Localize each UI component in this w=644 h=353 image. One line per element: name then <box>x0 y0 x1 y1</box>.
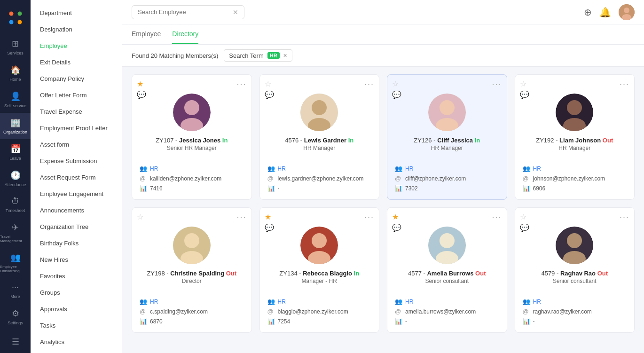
dept-value-card-2[interactable]: HR <box>278 165 286 172</box>
dept-icon-card-4: 👥 <box>523 165 530 172</box>
chat-button-card-4[interactable]: 💬 <box>520 90 529 99</box>
svg-point-17 <box>567 100 582 115</box>
card-divider-card-4 <box>523 161 627 161</box>
logo-area <box>7 5 24 34</box>
cards-grid: ★ 💬 ··· ZY107 - Jessica Jones In Senior … <box>132 74 635 333</box>
star-button-card-4[interactable]: ☆ <box>520 79 529 88</box>
ext-value-card-5: 6870 <box>150 318 163 325</box>
card-menu-card-3[interactable]: ··· <box>492 79 502 89</box>
menu-item-favorites[interactable]: Favorites <box>31 268 122 284</box>
card-menu-card-4[interactable]: ··· <box>620 79 629 89</box>
dept-value-card-8[interactable]: HR <box>533 298 541 305</box>
card-menu-card-2[interactable]: ··· <box>364 79 374 89</box>
dept-value-card-1[interactable]: HR <box>150 165 158 172</box>
dept-value-card-3[interactable]: HR <box>405 165 413 172</box>
settings-label: Settings <box>8 321 23 325</box>
sidebar-item-services[interactable]: ⊞ Services <box>0 34 31 60</box>
star-button-card-1[interactable]: ★ <box>137 79 146 88</box>
menu-item-designation[interactable]: Designation <box>31 21 122 38</box>
menu-item-expense-submission[interactable]: Expense Submission <box>31 153 122 169</box>
menu-item-employee[interactable]: Employee <box>31 38 122 54</box>
dept-value-card-5[interactable]: HR <box>150 298 158 305</box>
star-button-card-5[interactable]: ☆ <box>137 212 143 221</box>
menu-item-offer-letter[interactable]: Offer Letter Form <box>31 87 122 103</box>
chip-close-button[interactable]: × <box>283 52 287 59</box>
menu-item-department[interactable]: Department <box>31 5 122 21</box>
dept-value-card-4[interactable]: HR <box>533 165 541 172</box>
dept-value-card-7[interactable]: HR <box>405 298 413 305</box>
card-menu-card-1[interactable]: ··· <box>236 79 246 89</box>
tab-directory[interactable]: Directory <box>172 24 198 44</box>
menu-item-birthday-folks[interactable]: Birthday Folks <box>31 235 122 251</box>
chat-button-card-6[interactable]: 💬 <box>265 223 274 232</box>
menu-item-asset-form[interactable]: Asset form <box>31 136 122 153</box>
star-button-card-8[interactable]: ☆ <box>520 212 529 221</box>
dept-value-card-6[interactable]: HR <box>278 298 286 305</box>
dept-icon-card-5: 👥 <box>140 298 147 305</box>
menu-item-announcements[interactable]: Announcements <box>31 202 122 219</box>
menu-item-analytics[interactable]: Analytics <box>31 334 122 350</box>
ext-value-card-4: 6906 <box>533 185 546 192</box>
chat-button-card-3[interactable]: 💬 <box>392 90 401 99</box>
menu-item-company-policy[interactable]: Company Policy <box>31 71 122 87</box>
ext-value-card-1: 7416 <box>150 185 163 192</box>
search-box[interactable]: ✕ <box>132 5 244 19</box>
timesheet-icon: ⏱ <box>11 196 20 206</box>
sidebar-item-hamburger[interactable]: ☰ <box>0 332 31 352</box>
card-menu-card-8[interactable]: ··· <box>620 212 629 222</box>
sidebar-item-onboarding[interactable]: 👥 Employee Onboarding <box>0 248 31 278</box>
menu-item-asset-request[interactable]: Asset Request Form <box>31 169 122 186</box>
menu-item-employment-proof[interactable]: Employment Proof Letter <box>31 120 122 136</box>
menu-item-exit-details[interactable]: Exit Details <box>31 54 122 71</box>
email-icon-card-1: @ <box>140 175 147 182</box>
employee-card-card-2[interactable]: ☆ 💬 ··· 4576 - Lewis Gardner In HR Manag… <box>259 74 380 200</box>
ext-value-card-2: - <box>278 185 280 192</box>
tab-employee[interactable]: Employee <box>132 24 161 44</box>
sidebar-item-travel[interactable]: ✈ Travel Management <box>0 218 31 248</box>
sidebar-item-leave[interactable]: 📅 Leave <box>0 139 31 165</box>
card-name-card-8: 4579 - Raghav Rao Out <box>541 270 608 277</box>
search-clear-icon[interactable]: ✕ <box>233 8 238 16</box>
card-title-card-6: Manager - HR <box>302 278 337 284</box>
employee-card-card-7[interactable]: ★ 💬 ··· 4577 - Amelia Burrows Out Senior… <box>387 207 507 333</box>
notification-icon[interactable]: 🔔 <box>599 7 611 18</box>
employee-card-card-4[interactable]: ☆ 💬 ··· ZY192 - Liam Johnson Out HR Mana… <box>515 74 635 200</box>
star-button-card-3[interactable]: ☆ <box>392 79 401 88</box>
sidebar-item-home[interactable]: 🏠 Home <box>0 60 31 86</box>
search-input[interactable] <box>138 8 233 16</box>
sidebar-item-settings[interactable]: ⚙ Settings <box>0 304 31 330</box>
sidebar-item-self-service[interactable]: 👤 Self-service <box>0 86 31 113</box>
menu-item-travel-expense[interactable]: Travel Expense <box>31 103 122 120</box>
star-button-card-6[interactable]: ★ <box>265 212 274 221</box>
avatar[interactable] <box>619 4 635 20</box>
employee-card-card-3[interactable]: ☆ 💬 ··· ZY126 - Cliff Jessica In HR Mana… <box>387 74 507 200</box>
menu-item-groups[interactable]: Groups <box>31 284 122 301</box>
menu-item-settings[interactable]: Settings <box>31 350 122 353</box>
menu-item-new-hires[interactable]: New Hires <box>31 251 122 268</box>
chat-button-card-7[interactable]: 💬 <box>392 223 401 232</box>
card-menu-card-5[interactable]: ··· <box>236 212 246 222</box>
sidebar-item-attendance[interactable]: 🕐 Attendance <box>0 165 31 192</box>
email-row-card-6: @ biaggio@zphone.zylker.com <box>267 308 372 315</box>
chat-button-card-1[interactable]: 💬 <box>137 90 146 99</box>
chat-button-card-8[interactable]: 💬 <box>520 223 529 232</box>
menu-item-approvals[interactable]: Approvals <box>31 301 122 317</box>
add-icon[interactable]: ⊕ <box>584 7 592 18</box>
employee-card-card-1[interactable]: ★ 💬 ··· ZY107 - Jessica Jones In Senior … <box>132 74 252 200</box>
chat-button-card-2[interactable]: 💬 <box>265 90 274 99</box>
employee-card-card-6[interactable]: ★ 💬 ··· ZY134 - Rebecca Biaggio In Manag… <box>259 207 380 333</box>
employee-card-card-5[interactable]: ☆ ··· ZY198 - Christine Spalding Out Dir… <box>132 207 252 333</box>
card-menu-card-6[interactable]: ··· <box>364 212 374 222</box>
hamburger-icon: ☰ <box>12 337 19 347</box>
menu-item-tasks[interactable]: Tasks <box>31 317 122 334</box>
employee-card-card-8[interactable]: ☆ 💬 ··· 4579 - Raghav Rao Out Senior con… <box>515 207 635 333</box>
sidebar-item-organization[interactable]: 🏢 Organization <box>0 113 31 139</box>
sidebar-item-timesheet[interactable]: ⏱ Timesheet <box>0 192 31 218</box>
star-button-card-2[interactable]: ☆ <box>265 79 274 88</box>
menu-item-organization-tree[interactable]: Organization Tree <box>31 219 122 235</box>
dept-icon-card-2: 👥 <box>267 165 275 172</box>
menu-item-employee-engagement[interactable]: Employee Engagement <box>31 186 122 202</box>
star-button-card-7[interactable]: ★ <box>392 212 401 221</box>
card-menu-card-7[interactable]: ··· <box>492 212 502 222</box>
sidebar-item-more[interactable]: ··· More <box>0 278 31 304</box>
